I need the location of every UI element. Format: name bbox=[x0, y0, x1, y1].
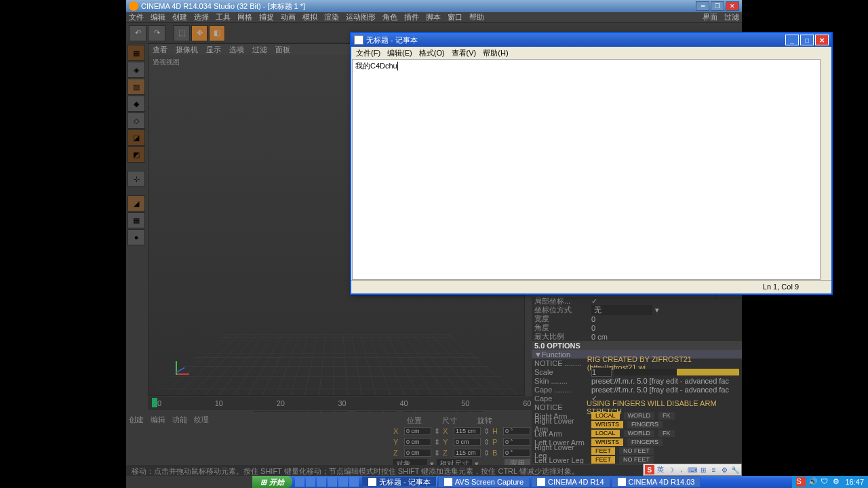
x-size-input[interactable] bbox=[454, 427, 481, 435]
coord-mode-dropdown[interactable]: 无 bbox=[591, 305, 652, 315]
b-rot-input[interactable] bbox=[503, 449, 530, 457]
ime-softkb-icon[interactable]: ⌨ bbox=[688, 465, 697, 474]
clock[interactable]: 16:47 bbox=[845, 478, 864, 486]
scale-slider[interactable] bbox=[614, 369, 739, 375]
menu-snap[interactable]: 捕捉 bbox=[259, 12, 274, 22]
function-header[interactable]: ▼Function bbox=[534, 350, 570, 359]
vp-menu-view[interactable]: 查看 bbox=[153, 45, 167, 55]
menu-filter[interactable]: 过滤 bbox=[724, 12, 739, 22]
timeline-marker[interactable] bbox=[152, 398, 157, 407]
move-tool[interactable]: ✥ bbox=[191, 25, 208, 41]
ime-punct-icon[interactable]: ， bbox=[677, 465, 686, 474]
model-mode-icon[interactable]: ▦ bbox=[127, 45, 145, 61]
minimize-button[interactable]: ━ bbox=[696, 1, 709, 11]
tab-func[interactable]: 功能 bbox=[172, 415, 187, 425]
ime-wrench-icon[interactable]: 🔧 bbox=[730, 465, 740, 474]
lock-icon[interactable]: ● bbox=[127, 229, 145, 245]
tray-icon[interactable]: ⚙ bbox=[833, 477, 842, 487]
menu-simulate[interactable]: 模拟 bbox=[302, 12, 317, 22]
tray-icon[interactable]: S bbox=[796, 477, 806, 487]
menu-create[interactable]: 创建 bbox=[172, 12, 187, 22]
point-mode-icon[interactable]: ◆ bbox=[127, 96, 145, 112]
np-menu-help[interactable]: 帮助(H) bbox=[481, 48, 510, 58]
menu-render[interactable]: 渲染 bbox=[324, 12, 339, 22]
ime-moon-icon[interactable]: ☽ bbox=[667, 465, 676, 474]
np-menu-view[interactable]: 查看(V) bbox=[450, 48, 479, 58]
system-tray[interactable]: S 🔊 🛡 ⚙ 16:47 bbox=[792, 476, 868, 488]
c4d-titlebar[interactable]: CINEMA 4D R14.034 Studio (32 Bit) - [未标题… bbox=[126, 0, 742, 12]
undo-button[interactable]: ↶ bbox=[129, 25, 146, 41]
select-tool[interactable]: ⬚ bbox=[174, 25, 190, 41]
vp-menu-display[interactable]: 显示 bbox=[206, 45, 221, 55]
snap-icon[interactable]: ▦ bbox=[127, 212, 145, 228]
scale-tool[interactable]: ◧ bbox=[209, 25, 225, 41]
ql-icon[interactable] bbox=[317, 477, 326, 487]
edge-mode-icon[interactable]: ◇ bbox=[127, 113, 145, 129]
menu-script[interactable]: 脚本 bbox=[426, 12, 441, 22]
ime-menu-icon[interactable]: ≡ bbox=[709, 465, 719, 474]
np-menu-edit[interactable]: 编辑(E) bbox=[385, 48, 414, 58]
ime-gear-icon[interactable]: ⚙ bbox=[720, 465, 730, 474]
np-menu-format[interactable]: 格式(O) bbox=[417, 48, 447, 58]
menu-help[interactable]: 帮助 bbox=[469, 12, 484, 22]
menu-layout[interactable]: 界面 bbox=[703, 12, 717, 22]
menu-select[interactable]: 选择 bbox=[194, 12, 209, 22]
tray-icon[interactable]: 🔊 bbox=[808, 477, 818, 487]
x-pos-input[interactable] bbox=[404, 427, 431, 435]
scale-input[interactable] bbox=[591, 367, 612, 377]
p-rot-input[interactable] bbox=[503, 438, 530, 446]
vp-menu-options[interactable]: 选项 bbox=[229, 45, 244, 55]
maximize-button[interactable]: ❐ bbox=[711, 1, 724, 11]
workplane-icon[interactable]: ◢ bbox=[127, 195, 145, 211]
ime-sogou-icon[interactable]: S bbox=[645, 465, 654, 474]
np-menu-file[interactable]: 文件(F) bbox=[354, 48, 382, 58]
vp-menu-panel[interactable]: 面板 bbox=[275, 45, 290, 55]
uvpoly-mode-icon[interactable]: ◩ bbox=[127, 146, 145, 163]
ql-icon[interactable] bbox=[338, 477, 348, 487]
notepad-scrollbar[interactable] bbox=[820, 59, 831, 280]
menu-plugins[interactable]: 插件 bbox=[404, 12, 419, 22]
ql-icon[interactable] bbox=[295, 477, 304, 487]
tab-edit[interactable]: 编辑 bbox=[151, 415, 165, 425]
np-close-button[interactable]: ✕ bbox=[815, 35, 829, 45]
menu-edit[interactable]: 编辑 bbox=[151, 12, 165, 22]
vp-menu-filter[interactable]: 过滤 bbox=[252, 45, 267, 55]
y-pos-input[interactable] bbox=[404, 438, 431, 446]
polygon-mode-icon[interactable]: ◪ bbox=[127, 129, 145, 146]
start-button[interactable]: ⊞ 开始 bbox=[252, 476, 292, 488]
h-rot-input[interactable] bbox=[503, 427, 530, 435]
ql-icon[interactable] bbox=[349, 477, 359, 487]
texture-mode-icon[interactable]: ▨ bbox=[127, 79, 145, 95]
ime-special-icon[interactable]: ⊞ bbox=[698, 465, 708, 474]
y-size-input[interactable] bbox=[454, 438, 481, 446]
task-avs[interactable]: AVS Screen Capture bbox=[438, 476, 530, 487]
task-c4d-folder[interactable]: CINEMA 4D R14 bbox=[531, 476, 610, 487]
ime-lang-icon[interactable]: 英 bbox=[656, 465, 665, 474]
ql-icon[interactable] bbox=[306, 477, 315, 487]
menu-character[interactable]: 角色 bbox=[382, 12, 397, 22]
tab-create[interactable]: 创建 bbox=[129, 415, 144, 425]
tab-texture[interactable]: 纹理 bbox=[194, 415, 209, 425]
z-size-input[interactable] bbox=[454, 449, 481, 457]
z-pos-input[interactable] bbox=[404, 449, 431, 457]
menu-mesh[interactable]: 网格 bbox=[237, 12, 252, 22]
tray-icon[interactable]: 🛡 bbox=[821, 477, 830, 487]
notepad-textarea[interactable]: 我的C4Dchu bbox=[352, 59, 831, 280]
task-notepad[interactable]: 无标题 - 记事本 bbox=[362, 476, 437, 487]
redo-button[interactable]: ↷ bbox=[148, 25, 165, 41]
notepad-titlebar[interactable]: 无标题 - 记事本 _ □ ✕ bbox=[351, 33, 831, 47]
menu-mograph[interactable]: 运动图形 bbox=[346, 12, 376, 22]
ime-toolbar[interactable]: S 英 ☽ ， ⌨ ⊞ ≡ ⚙ 🔧 bbox=[643, 464, 742, 476]
vp-menu-camera[interactable]: 摄像机 bbox=[176, 45, 198, 55]
task-c4d-app[interactable]: CINEMA 4D R14.03 bbox=[612, 476, 701, 487]
np-minimize-button[interactable]: _ bbox=[785, 35, 799, 45]
menu-animate[interactable]: 动画 bbox=[281, 12, 296, 22]
object-mode-icon[interactable]: ◈ bbox=[127, 62, 145, 78]
np-maximize-button[interactable]: □ bbox=[800, 35, 814, 45]
menu-window[interactable]: 窗口 bbox=[448, 12, 462, 22]
menu-tools[interactable]: 工具 bbox=[216, 12, 231, 22]
ql-icon[interactable] bbox=[328, 477, 337, 487]
axis-tool-icon[interactable]: ⊹ bbox=[127, 171, 145, 187]
close-button[interactable]: ✕ bbox=[726, 1, 739, 11]
menu-file[interactable]: 文件 bbox=[129, 12, 144, 22]
